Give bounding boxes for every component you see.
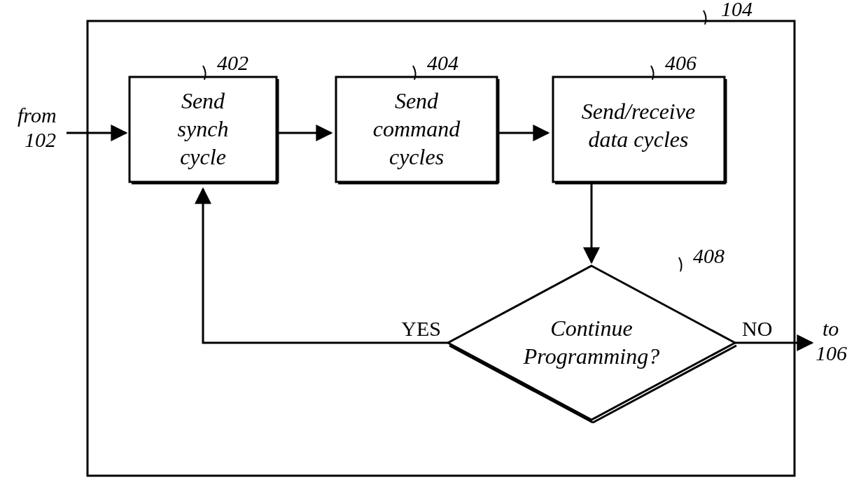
exit-label-line1: to xyxy=(822,317,839,340)
yes-label: YES xyxy=(401,317,441,340)
outer-ref: 104 xyxy=(721,0,752,20)
process-box-404: 404 Send command cycles xyxy=(336,51,498,183)
decision-line2: Programming? xyxy=(523,343,659,369)
box-406-line1: Send/receive xyxy=(582,99,695,124)
process-box-402: 402 Send synch cycle xyxy=(130,51,278,183)
flowchart-diagram: 104 from 102 402 Send synch cycle 404 Se… xyxy=(0,0,868,496)
box-404-line1: Send xyxy=(395,88,439,113)
box-402-line1: Send xyxy=(181,88,225,113)
yes-branch: YES xyxy=(203,189,448,343)
no-label: NO xyxy=(742,317,772,340)
svg-marker-11 xyxy=(448,266,735,420)
box-402-line2: synch xyxy=(178,116,229,141)
box-402-ref: 402 xyxy=(217,51,248,74)
entry-label-line2: 102 xyxy=(24,128,56,151)
box-404-line3: cycles xyxy=(389,144,444,169)
entry-arrow: from 102 xyxy=(18,104,126,151)
decision-line1: Continue xyxy=(550,316,632,341)
box-404-ref: 404 xyxy=(427,51,458,74)
box-402-line3: cycle xyxy=(180,144,226,169)
decision-ref: 408 xyxy=(693,244,724,267)
entry-label-line1: from xyxy=(18,104,57,127)
box-406-line2: data cycles xyxy=(588,127,688,152)
box-406-ref: 406 xyxy=(665,51,696,74)
decision-408: 408 Continue Programming? xyxy=(448,244,736,423)
box-404-line2: command xyxy=(373,116,461,141)
exit-label-line2: 106 xyxy=(816,341,847,364)
process-box-406: 406 Send/receive data cycles xyxy=(553,51,726,183)
no-branch: NO to 106 xyxy=(735,317,847,364)
